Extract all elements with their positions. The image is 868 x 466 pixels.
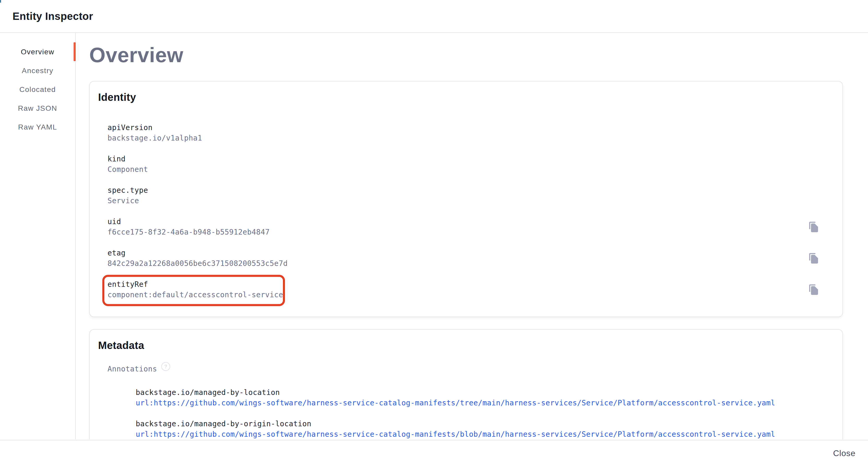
field-kind: kind Component bbox=[107, 154, 834, 174]
copy-icon bbox=[808, 284, 819, 295]
field-value: f6cce175-8f32-4a6a-b948-b55912eb4847 bbox=[107, 227, 834, 237]
help-circle-icon[interactable]: ? bbox=[161, 362, 170, 371]
field-value: Service bbox=[107, 195, 834, 206]
annotation-row: backstage.io/managed-by-origin-location … bbox=[136, 418, 834, 439]
annotation-row: backstage.io/managed-by-location url:htt… bbox=[136, 387, 834, 408]
dialog-header: Entity Inspector bbox=[0, 0, 868, 33]
annotation-key: backstage.io/managed-by-origin-location bbox=[136, 418, 834, 429]
copy-entityref-button[interactable] bbox=[808, 284, 819, 295]
annotations-section: Annotations ? bbox=[107, 363, 834, 374]
metadata-card-title: Metadata bbox=[98, 339, 834, 352]
tab-colocated[interactable]: Colocated bbox=[0, 80, 75, 99]
entity-inspector-dialog: Entity Inspector Overview Ancestry Coloc… bbox=[0, 0, 868, 466]
dialog-title: Entity Inspector bbox=[12, 10, 93, 22]
field-label: apiVersion bbox=[107, 122, 834, 133]
dialog-footer: Close bbox=[0, 440, 868, 466]
annotation-link[interactable]: url:https://github.com/wings-software/ha… bbox=[136, 430, 775, 438]
copy-uid-button[interactable] bbox=[808, 221, 819, 232]
tabs-sidebar: Overview Ancestry Colocated Raw JSON Raw… bbox=[0, 33, 76, 439]
close-button[interactable]: Close bbox=[831, 445, 858, 461]
overview-panel: Overview Identity apiVersion backstage.i… bbox=[76, 33, 868, 439]
dialog-body: Overview Ancestry Colocated Raw JSON Raw… bbox=[0, 33, 868, 439]
field-label: spec.type bbox=[107, 185, 834, 195]
identity-card-title: Identity bbox=[98, 91, 834, 104]
field-value: backstage.io/v1alpha1 bbox=[107, 133, 834, 143]
field-uid: uid f6cce175-8f32-4a6a-b948-b55912eb4847 bbox=[107, 216, 834, 237]
tab-raw-yaml[interactable]: Raw YAML bbox=[0, 118, 75, 136]
copy-icon bbox=[808, 252, 819, 264]
active-tab-indicator bbox=[73, 42, 76, 61]
field-value: component:default/accesscontrol-service bbox=[107, 289, 834, 300]
copy-icon bbox=[808, 221, 819, 232]
tab-overview[interactable]: Overview bbox=[0, 42, 75, 61]
field-entityref: entityRef component:default/accesscontro… bbox=[107, 279, 834, 300]
annotations-label: Annotations bbox=[107, 363, 157, 374]
copy-etag-button[interactable] bbox=[808, 252, 819, 264]
field-spec-type: spec.type Service bbox=[107, 185, 834, 206]
annotation-key: backstage.io/managed-by-location bbox=[136, 387, 834, 398]
field-etag: etag 842c29a2a12268a0056be6c371508200553… bbox=[107, 247, 834, 268]
page-title: Overview bbox=[89, 42, 843, 67]
field-label: entityRef bbox=[107, 279, 834, 289]
screen-artifact bbox=[0, 0, 1, 3]
annotations-list: backstage.io/managed-by-location url:htt… bbox=[136, 387, 834, 439]
field-label: etag bbox=[107, 247, 834, 258]
tab-ancestry[interactable]: Ancestry bbox=[0, 61, 75, 80]
annotation-value: url:https://github.com/wings-software/ha… bbox=[136, 398, 834, 408]
field-apiversion: apiVersion backstage.io/v1alpha1 bbox=[107, 122, 834, 143]
metadata-card: Metadata Annotations ? backstage.io/mana… bbox=[89, 329, 843, 439]
field-label: uid bbox=[107, 216, 834, 227]
annotation-link[interactable]: url:https://github.com/wings-software/ha… bbox=[136, 399, 775, 407]
identity-card: Identity apiVersion backstage.io/v1alpha… bbox=[89, 81, 843, 317]
identity-fields: apiVersion backstage.io/v1alpha1 kind Co… bbox=[107, 122, 834, 300]
field-label: kind bbox=[107, 154, 834, 164]
field-value: 842c29a2a12268a0056be6c371508200553c5e7d bbox=[107, 258, 834, 268]
annotation-value: url:https://github.com/wings-software/ha… bbox=[136, 429, 834, 439]
field-value: Component bbox=[107, 164, 834, 174]
tab-raw-json[interactable]: Raw JSON bbox=[0, 99, 75, 118]
